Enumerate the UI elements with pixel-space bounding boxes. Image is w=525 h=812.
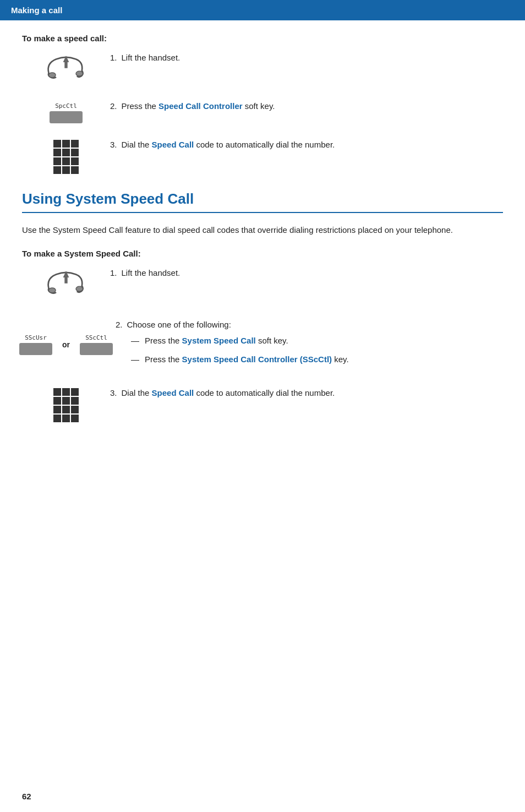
step3-icon [22,140,110,174]
svg-rect-7 [64,277,67,283]
s2-step2-icon: SScUsr or SScCtl [22,317,110,356]
system-speed-call-controller-label: System Speed Call Controller (SScCtl) [182,355,332,364]
s2-step1-description: Lift the handset. [122,268,181,277]
s2-step3-icon [22,388,110,422]
or-label: or [62,340,70,349]
s2-step2-description: Choose one of the following: [127,320,231,329]
step3-number: 3. [110,140,117,149]
step1-text: 1. Lift the handset. [110,53,180,62]
s2-step2-number: 2. [116,320,123,329]
svg-point-0 [49,73,56,78]
step1-icon [22,53,110,86]
step2-text: 2. Press the Speed Call Controller soft … [110,101,275,111]
step3-text: 3. Dial the Speed Call code to automatic… [110,140,335,149]
bullet-item-2: — Press the System Speed Call Controller… [131,353,503,366]
section1-label: To make a speed call: [22,34,503,43]
header-bar: Making a call [0,0,525,20]
s2-step3-text: 3. Dial the Speed Call code to automatic… [110,388,335,397]
svg-point-1 [76,71,83,76]
softkey-spcctl: SpcCtl [50,102,83,123]
svg-rect-3 [64,62,67,68]
step2-icon: SpcCtl [22,101,110,124]
step2-row: SpcCtl 2. Press the Speed Call Controlle… [22,101,503,124]
softkey-sscusr: SScUsr [19,334,52,355]
s2-step2-text: 2. Choose one of the following: — Press … [110,317,503,373]
s2-step3-row: 3. Dial the Speed Call code to automatic… [22,388,503,422]
bullet-list: — Press the System Speed Call soft key. … [131,335,503,366]
s2-step1-icon [22,268,110,301]
intro-text: Use the System Speed Call feature to dia… [22,224,503,237]
section1: To make a speed call: 1. Lift the han [22,34,503,174]
step2-number: 2. [110,101,117,111]
system-speed-call-label: System Speed Call [182,336,256,345]
speed-call-controller-label: Speed Call Controller [158,101,243,111]
step1-description: Lift the handset. [122,53,181,62]
svg-point-5 [76,286,83,291]
step1-row: 1. Lift the handset. [22,53,503,86]
handset-icon [41,53,91,86]
speed-call-label-2: Speed Call [152,388,194,397]
section-divider: Using System Speed Call [22,190,503,213]
softkey-sscctl: SScCtl [80,334,113,355]
softkey-pair: SScUsr or SScCtl [18,333,114,356]
speed-call-label: Speed Call [152,140,194,149]
header-title: Making a call [11,6,62,15]
svg-point-4 [49,287,56,292]
step3-row: 3. Dial the Speed Call code to automatic… [22,140,503,174]
s2-step2-row: SScUsr or SScCtl 2. Choose one of the fo… [22,317,503,373]
step1-number: 1. [110,53,117,62]
bullet-item-1: — Press the System Speed Call soft key. [131,335,503,347]
s2-step3-number: 3. [110,388,117,397]
footer-page-number: 62 [22,792,31,801]
keypad-icon [53,140,79,174]
section2-title: Using System Speed Call [22,190,503,208]
handset-icon-2 [41,268,91,301]
s2-step1-text: 1. Lift the handset. [110,268,180,277]
section2-steps: 1. Lift the handset. SScUsr or SScCtl [22,268,503,422]
s2-step1-row: 1. Lift the handset. [22,268,503,301]
divider-line [22,212,503,213]
section2-label: To make a System Speed Call: [22,249,503,258]
keypad-icon-2 [53,388,79,422]
s2-step1-number: 1. [110,268,117,277]
